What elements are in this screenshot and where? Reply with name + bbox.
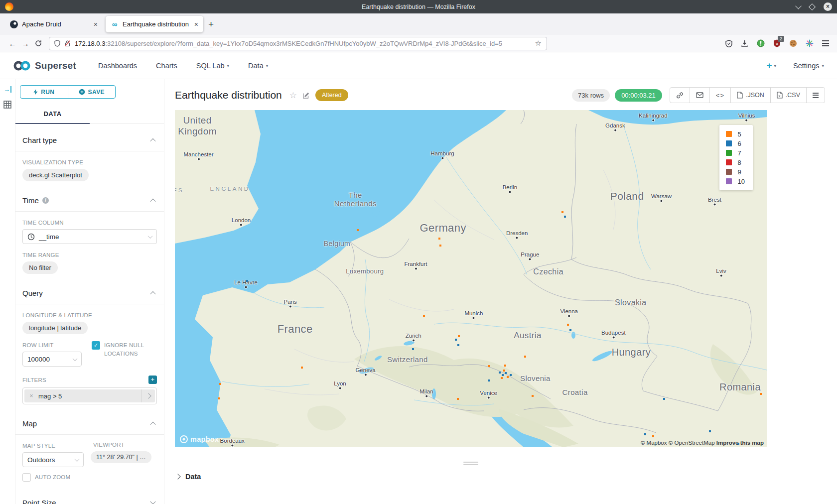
scatter-point bbox=[439, 245, 441, 247]
tracking-shield-icon[interactable] bbox=[54, 40, 60, 47]
time-column-label: TIME COLUMN bbox=[20, 220, 157, 226]
nav-item-dashboards[interactable]: Dashboards bbox=[98, 62, 137, 70]
mapbox-logo[interactable]: mapbox bbox=[180, 435, 219, 443]
clock-icon bbox=[27, 233, 35, 241]
scatter-point bbox=[507, 376, 509, 378]
legend-swatch bbox=[726, 140, 732, 146]
deckgl-map[interactable]: United KingdomThe NetherlandsBelgiumLuxe… bbox=[175, 110, 767, 447]
export-csv-button[interactable]: .CSV bbox=[770, 88, 806, 103]
row-limit-select[interactable]: 100000 bbox=[22, 352, 82, 367]
query-timer-badge: 00:00:03.21 bbox=[615, 89, 662, 102]
protections-shield-icon[interactable] bbox=[725, 40, 732, 47]
tab-close-icon[interactable]: × bbox=[194, 20, 198, 28]
application-window: Earthquake distribution — Mozilla Firefo… bbox=[0, 0, 837, 504]
scatter-point bbox=[488, 379, 490, 381]
chart-menu-button[interactable] bbox=[806, 88, 825, 103]
legend-swatch bbox=[726, 159, 732, 165]
section-chart-type[interactable]: Chart type bbox=[20, 124, 157, 151]
scatter-point bbox=[652, 435, 654, 437]
download-icon[interactable] bbox=[741, 40, 748, 47]
dataset-grid-icon[interactable] bbox=[3, 101, 11, 111]
nav-item-sql-lab[interactable]: SQL Lab▾ bbox=[196, 62, 229, 70]
share-link-button[interactable] bbox=[670, 88, 690, 103]
bookmark-star-icon[interactable]: ☆ bbox=[535, 39, 542, 48]
lonlat-pill[interactable]: longitude | latitude bbox=[22, 322, 88, 334]
forward-button[interactable]: → bbox=[19, 37, 32, 50]
panel-tabs: DATA bbox=[15, 106, 164, 124]
insecure-lock-icon[interactable] bbox=[64, 40, 71, 47]
extension-green-icon[interactable] bbox=[757, 39, 765, 47]
altered-badge[interactable]: Altered bbox=[315, 89, 348, 101]
reload-button[interactable] bbox=[32, 37, 45, 50]
svg-text:u: u bbox=[776, 41, 778, 46]
chevron-down-icon: ▾ bbox=[227, 63, 230, 68]
browser-tab[interactable]: Apache Druid× bbox=[5, 16, 103, 32]
time-range-pill[interactable]: No filter bbox=[22, 261, 58, 274]
nav-item-charts[interactable]: Charts bbox=[156, 62, 177, 70]
tab-close-icon[interactable]: × bbox=[94, 20, 98, 28]
section-query[interactable]: Query bbox=[20, 274, 157, 304]
tab-data[interactable]: DATA bbox=[15, 106, 90, 124]
viewport-pill[interactable]: 11° 28' 29.70" | 50... bbox=[91, 451, 151, 463]
view-query-button[interactable]: <> bbox=[709, 88, 730, 103]
auto-zoom-checkbox[interactable] bbox=[22, 473, 31, 482]
run-save-group: RUN SAVE bbox=[20, 85, 116, 99]
viewport-label: VIEWPORT bbox=[91, 442, 151, 448]
save-button[interactable]: SAVE bbox=[68, 86, 116, 98]
url-bar[interactable]: 172.18.0.3:32108/superset/explore/?form_… bbox=[49, 37, 547, 50]
scatter-point bbox=[457, 344, 459, 346]
osm-attribution-link[interactable]: © OpenStreetMap bbox=[669, 440, 715, 446]
browser-tab[interactable]: ∞Earthquake distribution× bbox=[106, 16, 203, 32]
map-style-select[interactable]: Outdoors bbox=[22, 452, 84, 467]
section-map[interactable]: Map bbox=[20, 404, 157, 434]
email-button[interactable] bbox=[690, 88, 709, 103]
viz-type-pill[interactable]: deck.gl Scatterplot bbox=[22, 169, 89, 181]
filter-expand-icon[interactable] bbox=[141, 389, 155, 402]
cookie-icon[interactable] bbox=[789, 39, 797, 47]
window-close-icon[interactable]: × bbox=[824, 2, 832, 11]
chevron-right-icon bbox=[175, 474, 180, 479]
time-column-select[interactable]: __time bbox=[22, 229, 157, 244]
scatter-point bbox=[499, 372, 501, 374]
expand-datasource-panel-icon[interactable]: → bbox=[3, 86, 11, 93]
section-time[interactable]: Time i bbox=[20, 181, 157, 211]
scatter-point bbox=[524, 356, 526, 358]
chevron-down-icon bbox=[148, 234, 153, 239]
edit-properties-icon[interactable] bbox=[302, 92, 310, 99]
left-icon-rail: → bbox=[0, 79, 15, 504]
mapbox-attribution-link[interactable]: © Mapbox bbox=[641, 440, 667, 446]
scatter-point bbox=[561, 211, 563, 213]
ignore-null-checkbox[interactable]: ✓ bbox=[92, 341, 100, 350]
settings-menu[interactable]: Settings▾ bbox=[793, 62, 824, 70]
data-panel-toggle[interactable]: Data bbox=[176, 473, 201, 481]
scatter-point bbox=[564, 216, 566, 218]
chevron-up-icon bbox=[150, 138, 155, 143]
improve-map-link[interactable]: Improve this map bbox=[716, 440, 764, 446]
new-tab-button[interactable]: + bbox=[208, 19, 214, 30]
chevron-down-icon bbox=[150, 499, 155, 504]
add-filter-button[interactable]: + bbox=[148, 376, 157, 384]
chart-title: Earthquake distribution bbox=[175, 89, 282, 101]
new-chart-button[interactable]: +▾ bbox=[766, 60, 776, 71]
adblock-shield-icon[interactable]: u 2 bbox=[773, 39, 781, 47]
section-point-size[interactable]: Point Size bbox=[20, 482, 157, 504]
browser-menu-icon[interactable] bbox=[822, 40, 829, 46]
superset-logo[interactable]: Superset bbox=[13, 60, 76, 71]
back-button[interactable]: ← bbox=[6, 37, 19, 50]
browser-tabbar: Apache Druid×∞Earthquake distribution× + bbox=[0, 13, 837, 35]
export-json-button[interactable]: .JSON bbox=[730, 88, 770, 103]
window-titlebar: Earthquake distribution — Mozilla Firefo… bbox=[0, 0, 837, 13]
map-attribution: © Mapbox © OpenStreetMap Improve this ma… bbox=[641, 440, 764, 446]
panel-resize-handle[interactable] bbox=[463, 462, 478, 465]
legend-label: 7 bbox=[738, 149, 741, 157]
window-minimize-icon[interactable] bbox=[795, 3, 802, 9]
container-asterisk-icon[interactable] bbox=[806, 39, 814, 47]
remove-filter-icon[interactable]: × bbox=[24, 392, 38, 399]
filter-pill[interactable]: × mag > 5 bbox=[24, 389, 155, 402]
adblock-badge: 2 bbox=[778, 36, 784, 42]
window-title: Earthquake distribution — Mozilla Firefo… bbox=[0, 3, 837, 10]
nav-item-data[interactable]: Data▾ bbox=[248, 62, 268, 70]
run-button[interactable]: RUN bbox=[20, 86, 68, 98]
window-maximize-icon[interactable] bbox=[809, 3, 816, 10]
favorite-star-icon[interactable]: ☆ bbox=[289, 90, 297, 101]
